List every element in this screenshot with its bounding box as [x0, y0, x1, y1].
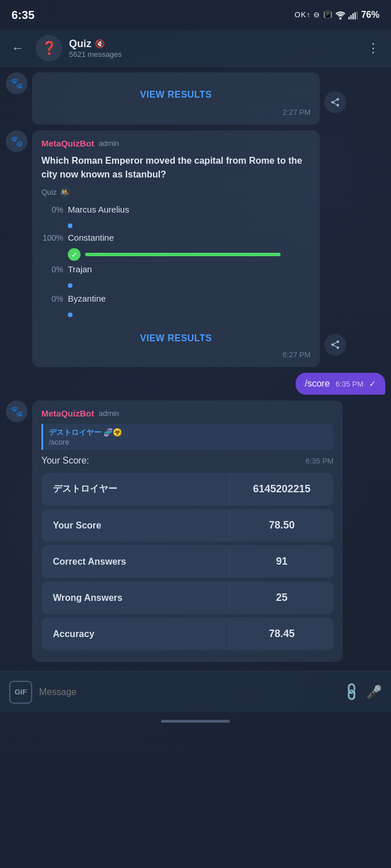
menu-button[interactable]: ⋮	[362, 36, 384, 60]
svg-rect-2	[350, 15, 351, 20]
score-label-4: Accuracy	[41, 619, 230, 650]
score-bubble: MetaQuizBot admin デストロイヤー 🧬☣️ /score You…	[32, 400, 343, 662]
svg-rect-4	[354, 12, 355, 20]
bot-avatar-4: 🐾	[6, 400, 28, 422]
bot-name-4: MetaQuizBot	[41, 408, 94, 418]
poll-label-2: Constantine	[68, 233, 114, 242]
poll-dot-4	[68, 313, 72, 317]
correct-check-icon: ✓	[68, 248, 80, 261]
poll-label-3: Trajan	[68, 264, 92, 274]
ref-name: デストロイヤー 🧬☣️	[49, 427, 328, 438]
tick-icon: ✓	[369, 379, 376, 388]
chat-area: 🐾 VIEW RESULTS 2:27 PM 🐾 MetaQuizBot adm	[0, 67, 391, 662]
battery-text: 76%	[361, 10, 379, 20]
chat-header: ← ❓ Quiz 🔇 5621 messages ⋮	[0, 30, 391, 67]
score-table: デストロイヤー 6145202215 Your Score 78.50 Corr…	[41, 473, 334, 654]
poll-dot-1	[68, 223, 72, 228]
poll-option-3: 0% Trajan	[41, 264, 310, 290]
user-bubble: /score 6:35 PM ✓	[296, 373, 385, 395]
gif-button[interactable]: GIF	[9, 681, 32, 704]
home-indicator	[0, 712, 391, 730]
admin-badge-2: admin	[99, 139, 119, 148]
score-value-3: 25	[230, 581, 334, 614]
chat-avatar: ❓	[36, 35, 62, 61]
poll-option-2: 100% Constantine ✓	[41, 233, 310, 261]
score-label-2: Correct Answers	[41, 546, 230, 577]
score-label-0: デストロイヤー	[41, 473, 230, 506]
score-row-2: Correct Answers 91	[41, 545, 334, 578]
user-msg-time: 6:35 PM	[336, 380, 363, 388]
score-label-1: Your Score	[41, 510, 230, 541]
score-row-0: デストロイヤー 6145202215	[41, 473, 334, 506]
poll-option-4: 0% Byzantine	[41, 294, 310, 319]
message-row-2: 🐾 MetaQuizBot admin Which Roman Emperor …	[6, 130, 385, 367]
bot-label-2: MetaQuizBot admin	[41, 138, 310, 148]
poll-dot-3	[68, 283, 72, 288]
chat-info: Quiz 🔇 5621 messages	[69, 38, 355, 59]
view-results-btn-1[interactable]: VIEW RESULTS	[140, 84, 212, 102]
your-score-label: Your Score:	[41, 456, 89, 466]
svg-rect-1	[348, 17, 350, 20]
msg-time-2: 6:27 PM	[41, 350, 310, 359]
chat-subtitle: 5621 messages	[69, 50, 355, 59]
score-msg-time: 6:35 PM	[306, 457, 334, 465]
score-value-4: 78.45	[230, 618, 334, 650]
score-row-1: Your Score 78.50	[41, 509, 334, 542]
ref-text: /score	[49, 438, 328, 446]
chat-title: Quiz 🔇	[69, 38, 355, 50]
bottom-bar: GIF 🔗 🎤	[0, 671, 391, 712]
signal-icons: OK↑ ⊖ 📳	[294, 10, 358, 20]
status-icons: OK↑ ⊖ 📳 76%	[294, 10, 379, 20]
svg-point-0	[339, 17, 342, 20]
user-text: /score	[305, 379, 330, 389]
view-results-btn-2[interactable]: VIEW RESULTS	[41, 327, 310, 346]
mic-icon[interactable]: 🎤	[366, 685, 382, 700]
back-button[interactable]: ←	[7, 36, 29, 60]
bot-avatar-1: 🐾	[6, 72, 28, 94]
mute-icon: 🔇	[95, 39, 105, 48]
question-text: Which Roman Emperor moved the capital fr…	[41, 154, 310, 182]
score-label-3: Wrong Answers	[41, 582, 230, 614]
bot-label-4: MetaQuizBot admin	[41, 408, 334, 418]
poll-pct-2: 100%	[41, 233, 63, 242]
share-btn-1[interactable]	[324, 91, 346, 113]
message-row-3: /score 6:35 PM ✓	[6, 373, 385, 395]
referenced-message: デストロイヤー 🧬☣️ /score	[41, 424, 334, 450]
score-value-0: 6145202215	[230, 473, 334, 506]
score-row-3: Wrong Answers 25	[41, 581, 334, 614]
poll-pct-3: 0%	[41, 265, 63, 274]
bot-avatar-2: 🐾	[6, 130, 28, 152]
poll-bar-green	[85, 253, 281, 256]
svg-rect-3	[352, 13, 354, 20]
admin-badge-4: admin	[99, 409, 119, 418]
bot-bubble-1: VIEW RESULTS 2:27 PM	[32, 72, 320, 125]
poll-label-4: Byzantine	[68, 294, 106, 303]
score-value-1: 78.50	[230, 509, 334, 542]
poll-option-1: 0% Marcus Aurelius	[41, 205, 310, 230]
message-row-4: 🐾 MetaQuizBot admin デストロイヤー 🧬☣️ /score Y…	[6, 400, 385, 662]
attach-icon[interactable]: 🔗	[341, 681, 362, 703]
home-bar	[161, 720, 230, 723]
score-row-4: Accuracy 78.45	[41, 618, 334, 650]
status-time: 6:35	[12, 9, 34, 22]
msg-time-1: 2:27 PM	[41, 108, 310, 117]
message-row-1: 🐾 VIEW RESULTS 2:27 PM	[6, 72, 385, 125]
bot-name-2: MetaQuizBot	[41, 138, 94, 148]
poll-label-1: Marcus Aurelius	[68, 205, 129, 214]
poll-pct-1: 0%	[41, 205, 63, 214]
quiz-type-icon: 🤼	[59, 186, 71, 198]
message-input[interactable]	[39, 687, 337, 697]
poll-pct-4: 0%	[41, 294, 63, 303]
score-value-2: 91	[230, 545, 334, 578]
status-bar: 6:35 OK↑ ⊖ 📳 76%	[0, 0, 391, 30]
share-btn-2[interactable]	[324, 334, 346, 356]
svg-rect-5	[356, 11, 358, 20]
quiz-badge: Quiz 🤼	[41, 186, 310, 198]
bot-bubble-2: MetaQuizBot admin Which Roman Emperor mo…	[32, 130, 320, 367]
